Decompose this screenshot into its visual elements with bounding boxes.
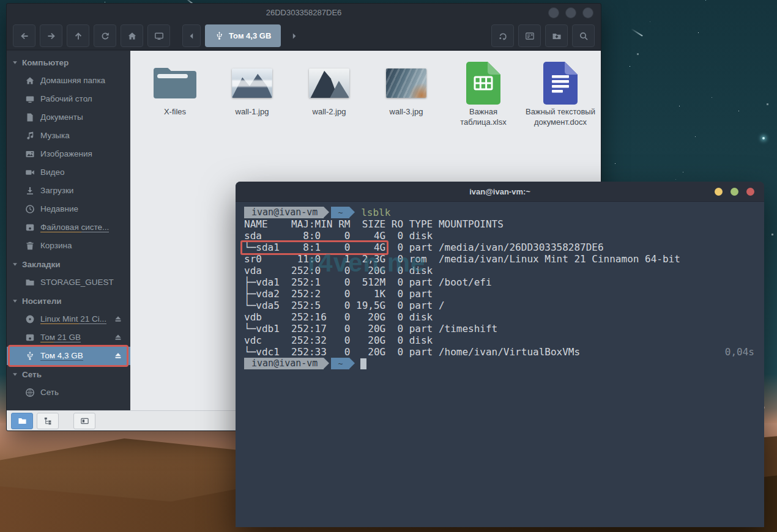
music-icon xyxy=(25,131,35,141)
file-item[interactable]: wall-1.jpg xyxy=(215,59,289,117)
file-manager-titlebar[interactable]: 26DD303358287DE6 xyxy=(7,4,601,22)
bright-star xyxy=(762,137,765,139)
list-view-icon xyxy=(525,31,535,41)
sidebar-section-label: Носители xyxy=(22,297,62,306)
terminal-output-line: sda 8:0 0 4G 0 disk xyxy=(244,230,756,242)
tab-scroll-left-button[interactable] xyxy=(182,24,201,47)
sidebar-item[interactable]: STORAGE_GUEST xyxy=(7,273,130,292)
file-label: wall-3.jpg xyxy=(390,107,423,117)
file-item[interactable]: wall-3.jpg xyxy=(369,59,444,117)
icon-view-button[interactable] xyxy=(11,413,33,429)
eject-icon xyxy=(113,351,123,361)
forward-icon xyxy=(46,31,56,41)
tab-scroll-right-button[interactable] xyxy=(285,24,303,47)
maximize-button[interactable] xyxy=(565,7,576,18)
sidebar-item[interactable]: Сеть xyxy=(7,383,130,402)
photo-thumbnail xyxy=(309,68,349,98)
file-item[interactable]: wall-2.jpg xyxy=(292,59,366,117)
search-icon xyxy=(579,31,589,41)
terminal-cursor xyxy=(360,358,366,369)
tree-view-icon xyxy=(43,416,53,426)
sidebar-item[interactable]: Рабочий стол xyxy=(7,90,130,108)
file-label: Важный текстовый документ.docx xyxy=(525,107,596,128)
terminal-titlebar[interactable]: ivan@ivan-vm:~ xyxy=(236,182,764,202)
sidebar-item[interactable]: Загрузки xyxy=(7,182,130,200)
sidebar-item-label: Недавние xyxy=(40,204,78,214)
computer-button[interactable] xyxy=(147,24,170,47)
toggle-location-entry-button[interactable] xyxy=(491,24,514,47)
watermark: r4ven.me xyxy=(308,257,425,268)
prompt-path: ~ xyxy=(331,358,349,369)
view-options-button[interactable] xyxy=(518,24,541,47)
prompt-user: ivan@ivan-vm xyxy=(244,358,324,369)
folder-icon xyxy=(152,65,198,101)
eject-icon xyxy=(113,314,123,324)
sidebar-item[interactable]: Недавние xyxy=(7,200,130,218)
new-folder-button[interactable] xyxy=(545,24,568,47)
minimize-button[interactable] xyxy=(715,188,723,196)
sidebar-item-label: Музыка xyxy=(40,131,70,141)
eject-button[interactable] xyxy=(113,314,123,324)
sidebar-section-label: Закладки xyxy=(22,260,61,269)
download-icon xyxy=(25,186,35,196)
prompt-line: ivan@ivan-vm~lsblk xyxy=(244,207,756,218)
maximize-button[interactable] xyxy=(731,188,738,196)
sidebar-item[interactable]: Видео xyxy=(7,163,130,182)
sidebar-item[interactable]: Домашняя папка xyxy=(7,72,130,90)
window-title: 26DD303358287DE6 xyxy=(7,4,601,22)
typed-command: lsblk xyxy=(361,207,390,218)
toggle-sidebar-button[interactable] xyxy=(73,413,95,429)
sidebar-section[interactable]: Компьютер xyxy=(7,53,130,72)
file-item[interactable]: Важный текстовый документ.docx xyxy=(523,59,598,128)
sidebar-section[interactable]: Сеть xyxy=(7,365,130,383)
chevron-down-icon xyxy=(12,372,18,377)
sidebar-section[interactable]: Носители xyxy=(7,292,130,310)
back-button[interactable] xyxy=(13,24,35,47)
sidebar-item[interactable]: Том 21 GB xyxy=(7,328,130,347)
chevron-down-icon xyxy=(12,262,18,267)
forward-button[interactable] xyxy=(40,24,62,47)
photo-thumbnail xyxy=(386,68,426,98)
video-icon xyxy=(25,168,35,177)
home-button[interactable] xyxy=(121,24,143,47)
terminal-output[interactable]: ivan@ivan-vm~lsblk NAME MAJ:MIN RM SIZE … xyxy=(236,202,764,527)
image-icon xyxy=(25,149,35,159)
terminal-output-line: vdb 252:16 0 20G 0 disk xyxy=(244,311,756,323)
eject-button[interactable] xyxy=(113,333,123,342)
desktop-icon xyxy=(25,94,35,104)
sidebar-item[interactable]: Файловая систе... xyxy=(7,218,130,237)
tab-volume[interactable]: Том 4,3 GB xyxy=(205,24,281,47)
trash-icon xyxy=(25,241,35,251)
prompt-user: ivan@ivan-vm xyxy=(244,207,324,218)
drive-icon xyxy=(25,223,35,232)
sidebar-item[interactable]: Документы xyxy=(7,108,130,127)
chevron-down-icon xyxy=(12,60,18,65)
disc-icon xyxy=(25,314,35,324)
up-button[interactable] xyxy=(67,24,89,47)
tree-view-button[interactable] xyxy=(37,413,59,429)
eject-button[interactable] xyxy=(113,351,123,361)
sidebar-item-label: Файловая систе... xyxy=(40,223,109,232)
shooting-star xyxy=(631,28,643,36)
close-button[interactable] xyxy=(746,188,754,196)
sidebar-item-label: Документы xyxy=(40,113,83,122)
new-folder-icon xyxy=(552,31,562,41)
sidebar-section[interactable]: Закладки xyxy=(7,255,130,273)
sidebar-toggle-icon xyxy=(80,416,89,426)
close-button[interactable] xyxy=(582,7,593,18)
sidebar-item[interactable]: Корзина xyxy=(7,237,130,255)
sidebar-item[interactable]: Изображения xyxy=(7,145,130,163)
sidebar-item-selected[interactable]: Том 4,3 GB xyxy=(7,347,130,365)
file-item[interactable]: X-files xyxy=(138,59,212,117)
sidebar-item-label: Linux Mint 21 Ci... xyxy=(40,314,106,324)
globe-icon xyxy=(25,388,35,397)
refresh-button[interactable] xyxy=(94,24,116,47)
sidebar-item[interactable]: Музыка xyxy=(7,127,130,145)
prompt-line: ivan@ivan-vm~ xyxy=(244,358,756,369)
home-icon xyxy=(25,76,35,86)
clock-icon xyxy=(25,204,35,214)
sidebar-item[interactable]: Linux Mint 21 Ci... xyxy=(7,310,130,328)
minimize-button[interactable] xyxy=(548,7,559,18)
file-item[interactable]: Важная таблица.xlsx xyxy=(446,59,521,128)
search-button[interactable] xyxy=(572,24,595,47)
